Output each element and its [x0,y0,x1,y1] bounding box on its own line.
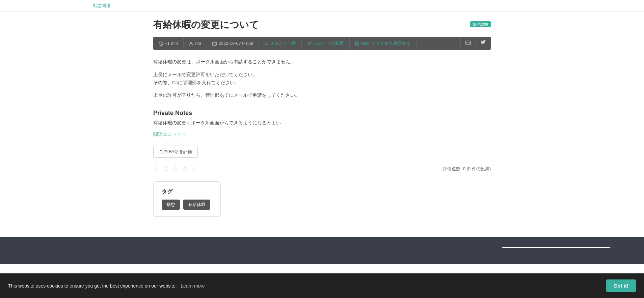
rating-score: 評価点数: 0 (0 件の投票) [443,166,491,172]
meta-bar: ~1 min n/a 2022-10-07 04:38 0 コメント数 レコード… [153,37,491,50]
comment-icon [264,41,269,46]
body-paragraph-2: 上長にメールで変更許可をいただいてください。その際、Ccに管理部を入れてください… [153,71,491,87]
stars-container: ☆ ☆ ☆ ☆ ☆ [153,165,198,173]
tag-button-0[interactable]: 勤怠 [162,200,180,210]
calendar-icon [212,41,217,46]
article-id-badge: ID #1006 [470,21,491,27]
date-meta: 2022-10-07 04:38 [207,37,259,49]
star-4[interactable]: ☆ [182,165,188,173]
tags-list: 勤怠 有給休暇 [162,200,212,210]
breadcrumb-bar: 勤怠関連 [0,0,644,12]
main-content: 有給休暇の変更について ID #1006 ~1 min n/a 2022-10-… [153,12,491,230]
email-share-button[interactable] [460,37,476,50]
rate-faq-button[interactable]: この FAQ を評価 [153,146,198,158]
svg-rect-4 [466,41,471,44]
author-meta: n/a [184,37,207,49]
edit-record-meta[interactable]: レコードの変更 [302,37,350,50]
related-entry-link[interactable]: 関連エントリー [153,131,186,138]
svg-rect-2 [213,42,216,46]
footer-area [0,237,644,264]
article-body: 有給休暇の変更は、ポータル画面から申請することができません。 上長にメールで変更… [153,58,491,99]
star-2[interactable]: ☆ [163,165,169,173]
clock-icon [159,41,163,46]
footer-line [502,247,610,248]
star-3[interactable]: ☆ [172,165,179,173]
tags-box: タグ 勤怠 有給休暇 [153,181,221,217]
pdf-meta[interactable]: PDF ファイルで表示する [350,37,417,50]
rating-area: ☆ ☆ ☆ ☆ ☆ 評価点数: 0 (0 件の投票) [153,165,491,173]
tags-title: タグ [162,188,212,196]
article-header: 有給休暇の変更について ID #1006 [153,19,491,31]
pdf-icon [355,41,359,46]
footer-bar [0,237,644,256]
svg-point-1 [190,42,192,44]
person-icon [189,41,193,46]
private-notes-title: Private Notes [153,110,491,117]
breadcrumb-link[interactable]: 勤怠関連 [93,3,110,8]
private-notes-body: 有給休暇の変更もポータル画面からできるようになるとよい [153,120,491,126]
star-5[interactable]: ☆ [191,165,198,173]
comments-meta[interactable]: 0 コメント数 [259,37,302,50]
twitter-share-button[interactable] [476,37,491,50]
pencil-icon [307,41,312,46]
body-paragraph-1: 有給休暇の変更は、ポータル画面から申請することができません。 [153,58,491,66]
rate-button-container: この FAQ を評価 [153,146,491,165]
body-paragraph-3: 上長の許可が下りたら、管理部あてにメールで申請をしてください。 [153,91,491,99]
read-time-meta: ~1 min [153,37,184,49]
tag-button-1[interactable]: 有給休暇 [183,200,210,210]
star-1[interactable]: ☆ [153,165,160,173]
article-title: 有給休暇の変更について [153,19,259,31]
